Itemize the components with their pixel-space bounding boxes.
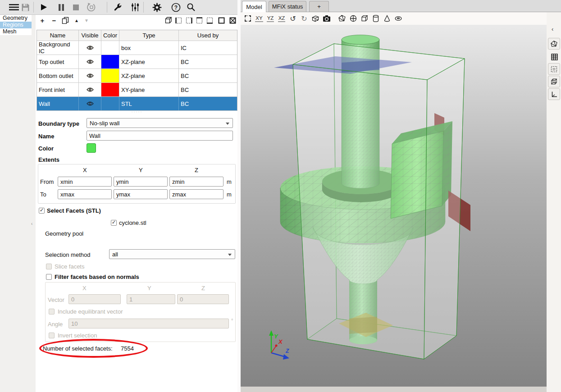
play-icon[interactable]: [40, 0, 48, 14]
zmax-input[interactable]: [169, 189, 223, 199]
table-header-row: Name Visible Color Type Used by: [37, 30, 237, 41]
search-icon[interactable]: [186, 0, 196, 14]
color-cell[interactable]: [101, 97, 119, 110]
ymax-input[interactable]: [114, 189, 168, 199]
facets-count-label: Number of selected facets:: [43, 345, 113, 352]
region-shape-box-icon[interactable]: [164, 16, 173, 25]
visible-eye-icon[interactable]: [79, 69, 101, 82]
color-cell[interactable]: [101, 69, 119, 82]
geometry-panel-button[interactable]: [548, 38, 560, 50]
vector-x-input[interactable]: [68, 294, 121, 304]
filter-y-header: Y: [147, 285, 151, 292]
select-facets-checkbox[interactable]: [39, 208, 45, 214]
toolbar-separator: [107, 2, 107, 13]
vector-z-input[interactable]: [177, 294, 229, 304]
menu-icon[interactable]: [8, 0, 20, 14]
table-row[interactable]: Front inlet XY-plane BC: [37, 82, 237, 96]
panel-collapse-handle[interactable]: ‹: [31, 221, 32, 226]
region-shape-stl-icon[interactable]: [228, 16, 237, 25]
region-shape-plane-right-icon[interactable]: [184, 16, 193, 25]
ymin-input[interactable]: [114, 177, 168, 187]
table-row[interactable]: Background IC box IC: [37, 41, 237, 55]
region-shape-plane-bottom-icon[interactable]: [205, 16, 214, 25]
col-header-usedby[interactable]: Used by: [179, 30, 237, 41]
cone-icon[interactable]: [382, 14, 392, 23]
col-header-name[interactable]: Name: [37, 30, 79, 41]
filter-facets-label: Filter facets based on normals: [55, 273, 139, 280]
xmin-input[interactable]: [58, 177, 112, 187]
zmin-input[interactable]: [169, 177, 223, 187]
cube-icon[interactable]: [359, 14, 370, 23]
move-down-icon[interactable]: ▼: [82, 16, 91, 25]
3d-viewport[interactable]: Y X Z: [241, 25, 547, 387]
reset-icon[interactable]: [86, 0, 97, 14]
sidebar-item-regions[interactable]: Regions: [0, 22, 32, 28]
invert-selection-checkbox[interactable]: [49, 333, 55, 338]
view-yz-icon[interactable]: YZ: [265, 14, 276, 23]
col-header-visible[interactable]: Visible: [79, 30, 101, 41]
table-row[interactable]: Bottom outlet XZ-plane BC: [37, 68, 237, 82]
visible-eye-icon[interactable]: [79, 41, 101, 55]
color-cell[interactable]: [101, 41, 119, 55]
collapse-right-panel-icon[interactable]: ‹: [552, 26, 553, 32]
color-cell[interactable]: [101, 55, 119, 68]
cylinder-icon[interactable]: [370, 14, 381, 23]
visible-eye-icon[interactable]: [79, 55, 101, 68]
settings-gear-icon[interactable]: [152, 0, 162, 14]
add-region-icon[interactable]: +: [38, 16, 47, 25]
filter-facets-checkbox[interactable]: [46, 274, 52, 280]
region-shape-plane-top-icon[interactable]: [195, 16, 204, 25]
cell-usedby: BC: [179, 55, 237, 68]
splitter-handle[interactable]: ·····: [36, 109, 237, 114]
torus-icon[interactable]: [393, 14, 404, 23]
tab-mfix-status[interactable]: MFiX status: [269, 1, 306, 12]
view-xy-icon[interactable]: XY: [254, 14, 265, 23]
rotate-left-icon[interactable]: ↺: [287, 14, 298, 23]
region-color-swatch[interactable]: [87, 143, 96, 153]
visible-eye-icon[interactable]: [79, 97, 101, 110]
visible-eye-icon[interactable]: [79, 83, 101, 96]
slice-facets-checkbox[interactable]: [46, 264, 52, 269]
sidebar-item-mesh[interactable]: Mesh: [0, 28, 32, 35]
duplicate-region-icon[interactable]: [61, 16, 70, 25]
xmax-input[interactable]: [58, 189, 112, 199]
move-up-icon[interactable]: ▲: [72, 16, 81, 25]
regions-panel-button[interactable]: [548, 63, 560, 75]
equilibrant-checkbox[interactable]: [49, 309, 55, 315]
selection-method-select[interactable]: all: [109, 249, 235, 259]
screenshot-camera-icon[interactable]: [321, 14, 332, 23]
sphere-icon[interactable]: [348, 14, 359, 23]
perspective-icon[interactable]: [310, 14, 321, 23]
region-shape-plane-left-icon[interactable]: [174, 16, 183, 25]
rotate-right-icon[interactable]: ↻: [299, 14, 310, 23]
stop-icon[interactable]: [73, 0, 79, 14]
vector-y-input[interactable]: [127, 294, 175, 304]
boundary-type-select[interactable]: No-slip wall: [87, 118, 233, 128]
angle-input[interactable]: [68, 319, 229, 328]
stl-file-checkbox[interactable]: [111, 220, 117, 226]
cube-view-button[interactable]: [548, 76, 560, 87]
region-name-input[interactable]: [87, 131, 233, 141]
pane-divider[interactable]: [237, 0, 241, 392]
col-header-color[interactable]: Color: [101, 30, 119, 41]
remove-region-icon[interactable]: −: [50, 16, 59, 25]
col-header-type[interactable]: Type: [119, 30, 179, 41]
color-cell[interactable]: [101, 83, 119, 96]
parameters-icon[interactable]: [131, 0, 140, 14]
help-icon[interactable]: ?: [171, 0, 181, 14]
geometry-visibility-icon[interactable]: [337, 14, 347, 23]
table-row-selected[interactable]: Wall STL BC: [37, 96, 237, 110]
wrench-icon[interactable]: [113, 0, 123, 14]
table-row[interactable]: Top outlet XZ-plane BC: [37, 55, 237, 68]
sidebar-item-geometry[interactable]: Geometry: [0, 15, 32, 22]
axis-x-label: X: [278, 338, 283, 345]
axes-toggle-button[interactable]: [548, 88, 560, 100]
tab-model[interactable]: Model: [242, 1, 266, 12]
save-icon[interactable]: [20, 0, 30, 14]
region-shape-square-icon[interactable]: [217, 16, 226, 25]
mesh-grid-button[interactable]: [549, 51, 560, 62]
view-xz-icon[interactable]: XZ: [276, 14, 287, 23]
fit-view-icon[interactable]: [242, 14, 253, 23]
pause-icon[interactable]: [58, 0, 65, 14]
tab-add[interactable]: +: [309, 1, 329, 12]
